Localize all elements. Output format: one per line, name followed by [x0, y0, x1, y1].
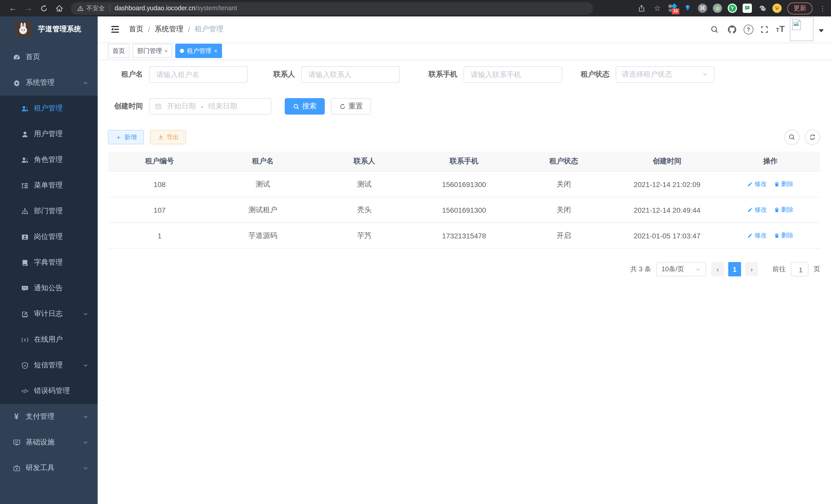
help-icon[interactable]: ? — [744, 24, 753, 34]
cell-status: 关闭 — [514, 197, 613, 223]
search-icon[interactable] — [709, 23, 721, 35]
next-page-button[interactable]: › — [745, 262, 758, 276]
extension-chat-icon[interactable] — [743, 4, 752, 13]
sidebar-item-user[interactable]: 用户管理 — [0, 121, 98, 147]
close-icon[interactable]: × — [214, 48, 218, 54]
sidebar-item-label: 支付管理 — [26, 412, 55, 421]
sidebar-item-payment[interactable]: ¥ 支付管理 — [0, 404, 98, 429]
avatar[interactable] — [790, 18, 813, 41]
edit-link[interactable]: 修改 — [747, 231, 767, 240]
sidebar-item-dict[interactable]: 字典管理 — [0, 250, 98, 275]
tenant-name-input[interactable] — [149, 66, 248, 83]
add-button-label: 新增 — [124, 133, 137, 142]
delete-link[interactable]: 删除 — [774, 231, 794, 240]
search-button[interactable]: 搜索 — [285, 98, 325, 115]
sidebar-item-dept[interactable]: 部门管理 — [0, 198, 98, 224]
show-search-button[interactable] — [784, 129, 800, 145]
sidebar-item-error-code[interactable]: </> 错误码管理 — [0, 378, 98, 404]
sidebar-item-dev-tools[interactable]: 研发工具 — [0, 455, 98, 481]
col-contact: 联系人 — [315, 152, 414, 171]
edit-label: 修改 — [754, 180, 767, 188]
export-button[interactable]: 导出 — [150, 130, 186, 144]
pen-icon — [747, 207, 753, 213]
book-gear-icon — [21, 259, 29, 267]
code-icon: </> — [21, 387, 29, 395]
table-row: 108 测试 测试 15601691300 关闭 2021-12-14 21:0… — [108, 171, 820, 197]
page-number-button[interactable]: 1 — [728, 262, 741, 276]
date-range-input[interactable]: 开始日期 - 结束日期 — [149, 98, 271, 115]
delete-label: 删除 — [781, 180, 794, 188]
search-icon — [293, 103, 299, 110]
goto-page-input[interactable] — [791, 262, 808, 276]
avatar-caret-icon[interactable] — [819, 29, 824, 32]
chrome-update-button[interactable]: 更新 — [787, 2, 812, 14]
browser-menu-icon[interactable]: ⋮ — [819, 4, 826, 12]
breadcrumb-section[interactable]: 系统管理 — [155, 25, 183, 34]
sidebar-item-label: 菜单管理 — [34, 181, 63, 190]
extension-puzzle-icon[interactable] — [757, 4, 767, 13]
extension-grey-icon[interactable] — [713, 4, 722, 13]
close-icon[interactable]: × — [165, 48, 168, 54]
sidebar-item-post[interactable]: 岗位管理 — [0, 224, 98, 250]
browser-home-icon[interactable] — [51, 2, 67, 15]
refresh-button[interactable] — [805, 129, 820, 145]
sidebar-item-online-users[interactable]: 在线用户 — [0, 327, 98, 352]
cell-tenant-name: 芋道源码 — [211, 223, 315, 248]
sidebar-menu: 首页 系统管理 租户管理 用户管理 角色管理 — [0, 42, 98, 504]
hamburger-icon[interactable] — [110, 24, 121, 35]
users-icon — [21, 156, 29, 164]
edit-link[interactable]: 修改 — [747, 180, 767, 188]
tags-view: 首页 部门管理 × 租户管理 × — [98, 42, 831, 60]
sidebar-item-audit-log[interactable]: 审计日志 — [0, 301, 98, 327]
security-chip[interactable]: 不安全 — [77, 4, 105, 12]
sidebar-item-menu[interactable]: 菜单管理 — [0, 173, 98, 198]
tag-home[interactable]: 首页 — [108, 44, 130, 58]
sidebar-item-label: 用户管理 — [34, 129, 63, 139]
cell-tenant-name: 测试租户 — [211, 197, 315, 223]
field-label: 租户名 — [108, 70, 149, 79]
extension-pin-icon[interactable] — [683, 4, 692, 13]
extension-y-icon[interactable]: Y — [728, 4, 737, 13]
status-select[interactable]: 请选择租户状态 — [616, 66, 714, 83]
sidebar-item-notice[interactable]: 通知公告 — [0, 275, 98, 301]
share-icon[interactable] — [636, 3, 647, 13]
sidebar-item-label: 研发工具 — [26, 464, 55, 473]
font-size-icon[interactable]: TT — [776, 24, 785, 34]
tag-tenant[interactable]: 租户管理 × — [175, 44, 222, 58]
sidebar-item-system[interactable]: 系统管理 — [0, 70, 98, 95]
extension-tabs-icon[interactable]: 10 — [668, 4, 677, 13]
sidebar-item-infrastructure[interactable]: 基础设施 — [0, 429, 98, 455]
extension-command-icon[interactable]: ⌘ — [698, 4, 707, 13]
sidebar-item-tenant[interactable]: 租户管理 — [0, 95, 98, 121]
delete-label: 删除 — [781, 206, 794, 214]
bookmark-star-icon[interactable]: ☆ — [652, 3, 662, 13]
sidebar-item-home[interactable]: 首页 — [0, 44, 98, 70]
edit-link[interactable]: 修改 — [747, 206, 767, 214]
cell-status: 开启 — [514, 223, 613, 248]
address-bar[interactable]: 不安全 dashboard.yudao.iocoder.cn/system/te… — [71, 2, 593, 14]
browser-back-icon[interactable]: ← — [5, 2, 21, 15]
edit-label: 修改 — [754, 231, 767, 240]
mobile-input[interactable] — [463, 66, 562, 83]
extension-emoji-icon[interactable] — [772, 4, 782, 13]
contact-input[interactable] — [301, 66, 400, 83]
page-size-value: 10条/页 — [661, 265, 684, 274]
fullscreen-icon[interactable] — [758, 23, 771, 35]
prev-page-button[interactable]: ‹ — [711, 262, 724, 276]
tag-dept[interactable]: 部门管理 × — [133, 44, 172, 58]
chevron-up-icon — [83, 80, 88, 86]
page-size-select[interactable]: 10条/页 — [656, 262, 706, 276]
browser-forward-icon[interactable]: → — [21, 2, 36, 15]
delete-link[interactable]: 删除 — [774, 180, 794, 188]
reset-button[interactable]: 重置 — [331, 98, 371, 115]
browser-reload-icon[interactable] — [36, 2, 51, 15]
sidebar-item-sms[interactable]: 短信管理 — [0, 352, 98, 378]
delete-link[interactable]: 删除 — [774, 206, 794, 214]
breadcrumb-home[interactable]: 首页 — [129, 25, 143, 34]
add-button[interactable]: + 新增 — [108, 130, 144, 144]
github-icon[interactable] — [726, 23, 739, 35]
cell-actions: 修改 删除 — [720, 197, 820, 223]
logo-image — [15, 21, 31, 37]
sidebar-item-role[interactable]: 角色管理 — [0, 147, 98, 173]
cell-created: 2021-01-05 17:03:47 — [613, 223, 720, 248]
